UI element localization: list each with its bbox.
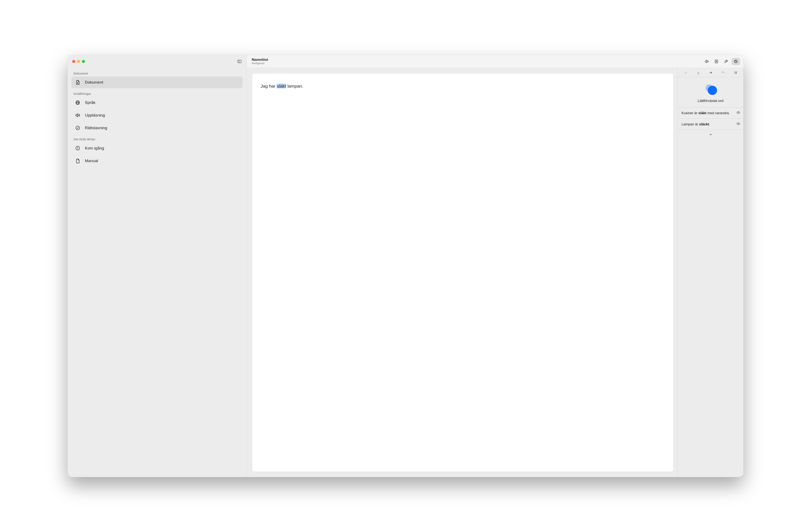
speak-example-button[interactable] xyxy=(736,110,740,115)
titlebar: Namnlöst Redigerad xyxy=(247,55,744,68)
document-icon xyxy=(75,158,81,164)
check-circle-icon xyxy=(75,125,81,131)
expand-suggestions-button[interactable] xyxy=(678,130,744,139)
document-icon xyxy=(75,79,81,85)
svg-rect-0 xyxy=(238,60,241,63)
speak-example-button[interactable] xyxy=(736,122,740,127)
toggle-sidebar-button[interactable] xyxy=(236,58,243,65)
editor-area: Jag har släkt lampan. xyxy=(247,68,677,477)
inspector-caption: Lättförväxlat ord xyxy=(698,99,723,103)
undo-button[interactable] xyxy=(719,69,728,76)
sidebar-item-language[interactable]: Språk xyxy=(71,97,243,109)
svg-point-10 xyxy=(77,147,78,147)
main-area: Namnlöst Redigerad xyxy=(247,55,744,477)
example-text: Lampan är släckt. xyxy=(682,122,710,126)
clean-button[interactable] xyxy=(722,58,730,65)
svg-point-16 xyxy=(734,72,735,72)
sidebar-item-readaloud[interactable]: Uppläsning xyxy=(71,109,243,121)
sidebar-item-document[interactable]: Dokument xyxy=(71,76,243,88)
sidebar-item-label: Uppläsning xyxy=(85,113,105,118)
svg-point-7 xyxy=(76,126,80,130)
sidebar-item-label: Rättstavning xyxy=(85,126,107,130)
accept-suggestion-button[interactable] xyxy=(681,69,690,76)
example-sentence[interactable]: Kusiner är släkt med varandra. xyxy=(678,107,744,119)
zoom-window-button[interactable] xyxy=(82,60,85,63)
traffic-lights xyxy=(71,60,85,63)
document-title-block: Namnlöst Redigerad xyxy=(252,58,268,65)
read-aloud-button[interactable] xyxy=(702,58,711,65)
highlighted-word[interactable]: släkt xyxy=(277,83,286,89)
editor-text-before: Jag har xyxy=(261,83,277,89)
document-page[interactable]: Jag har släkt lampan. xyxy=(252,74,673,472)
sidebar-item-getting-started[interactable]: Kom igång xyxy=(71,142,243,154)
document-status: Redigerad xyxy=(252,62,268,65)
insert-suggestion-button[interactable] xyxy=(693,69,703,76)
speaker-icon xyxy=(75,112,81,118)
globe-icon xyxy=(75,100,81,106)
sidebar-item-label: Dokument xyxy=(85,80,103,85)
section-label: Om Oribi Writer xyxy=(71,134,243,142)
sidebar-item-spellcheck[interactable]: Rättstavning xyxy=(71,122,243,134)
app-window: Dokument Dokument Inställningar xyxy=(67,55,744,477)
info-icon xyxy=(75,145,81,151)
minimize-window-button[interactable] xyxy=(77,60,80,63)
example-text: Kusiner är släkt med varandra. xyxy=(682,111,730,115)
list-issues-button[interactable] xyxy=(731,69,740,76)
sidebar: Dokument Dokument Inställningar xyxy=(67,55,247,477)
inspector-panel: Lättförväxlat ord Kusiner är släkt med v… xyxy=(677,68,744,477)
inspector-hero: Lättförväxlat ord xyxy=(678,77,744,107)
close-window-button[interactable] xyxy=(72,60,75,63)
document-title: Namnlöst xyxy=(252,58,268,62)
check-button[interactable] xyxy=(732,58,740,65)
dictionary-button[interactable] xyxy=(712,58,721,65)
sidebar-item-label: Manual xyxy=(85,159,98,163)
section-label: Inställningar xyxy=(71,88,243,97)
example-sentence[interactable]: Lampan är släckt. xyxy=(678,119,744,130)
next-issue-button[interactable] xyxy=(706,69,715,76)
svg-point-18 xyxy=(734,73,735,73)
inspector-toolbar xyxy=(678,68,744,77)
sidebar-item-manual[interactable]: Manual xyxy=(71,155,243,167)
window-controls-row xyxy=(71,55,243,68)
editor-text-after: lampan. xyxy=(286,83,303,89)
sidebar-item-label: Språk xyxy=(85,100,95,105)
sidebar-item-label: Kom igång xyxy=(85,146,104,151)
section-label: Dokument xyxy=(71,68,243,76)
confusable-word-icon xyxy=(705,83,717,95)
svg-point-20 xyxy=(734,73,735,74)
